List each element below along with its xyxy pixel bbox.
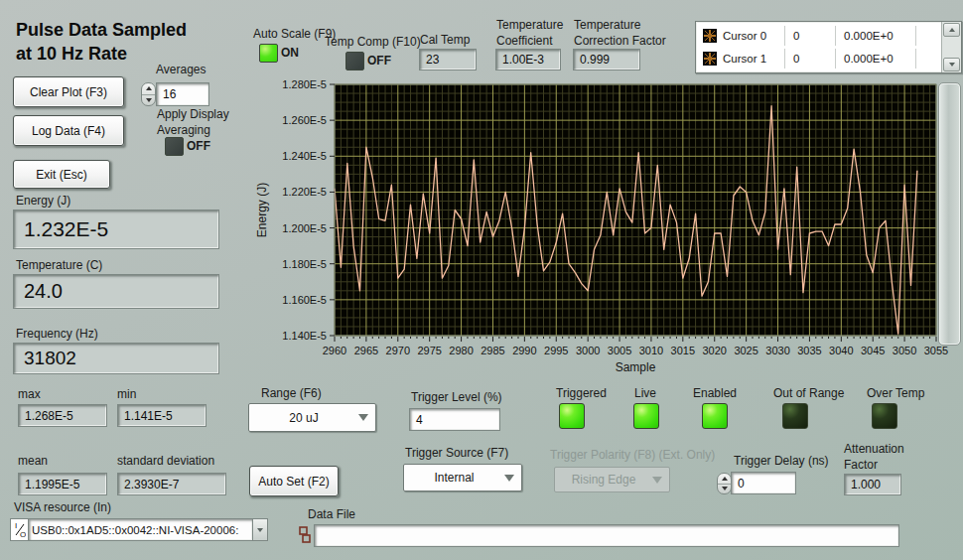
visa-resource-label: VISA resource (In) (14, 500, 111, 514)
chevron-down-icon (504, 475, 514, 482)
energy-waveform-chart[interactable]: 2960296529702975298029852990299530003005… (253, 77, 960, 375)
visa-resource-value: USB0::0x1AD5::0x0042::NI-VISA-20006: (29, 524, 238, 536)
chevron-down-icon (358, 414, 368, 421)
x-tick-label: 3025 (734, 345, 757, 356)
stepper-down-icon[interactable] (142, 95, 155, 106)
trigger-level-input[interactable]: 4 (409, 408, 500, 431)
stepper-down-icon[interactable] (718, 485, 731, 494)
energy-label: Energy (J) (16, 194, 70, 208)
max-readout: 1.268E-5 (18, 404, 107, 427)
svg-text:I: I (15, 521, 17, 530)
visa-resource-control[interactable]: IO USB0::0x1AD5::0x0042::NI-VISA-20006: (10, 518, 268, 541)
cursor-row[interactable]: Cursor 0 0 0.000E+0 (696, 26, 941, 46)
averages-label: Averages (156, 63, 206, 76)
stepper-up-icon[interactable] (718, 474, 731, 485)
apply-display-averaging-label: Apply Display Averaging (157, 106, 229, 138)
x-tick-label: 3005 (608, 345, 631, 356)
cursor-y-value: 0.000E+0 (836, 30, 915, 42)
over-temp-label: Over Temp (867, 386, 924, 400)
log-data-button[interactable]: Log Data (F4) (13, 115, 124, 146)
y-tick-label: 1.180E-5 (282, 258, 327, 270)
x-tick-label: 2990 (512, 345, 536, 356)
enabled-led (702, 403, 728, 429)
x-tick-label: 3010 (639, 345, 663, 356)
x-tick-label: 2965 (354, 345, 378, 356)
clear-plot-button[interactable]: Clear Plot (F3) (13, 76, 124, 107)
averages-stepper[interactable] (141, 82, 156, 106)
auto-scale-state: ON (281, 46, 299, 60)
cursor-row[interactable]: Cursor 1 0 0.000E+0 (696, 49, 941, 69)
chevron-down-icon (652, 477, 662, 484)
data-file-control[interactable] (299, 524, 899, 547)
trigger-source-select[interactable]: Internal (403, 464, 522, 491)
x-tick-label: 3030 (765, 345, 789, 356)
mean-value: 1.1995E-5 (19, 478, 79, 491)
x-tick-label: 2995 (544, 345, 568, 356)
scroll-down-icon[interactable] (943, 58, 960, 71)
auto-scale-led[interactable] (259, 44, 278, 63)
range-select[interactable]: 20 uJ (248, 403, 376, 432)
x-tick-label: 3035 (797, 345, 821, 356)
x-tick-label: 3050 (893, 345, 916, 356)
temperature-label: Temperature (C) (16, 258, 102, 272)
trigger-source-label: Trigger Source (F7) (405, 446, 508, 460)
trigger-polarity-value: Rising Edge (555, 473, 652, 487)
enabled-label: Enabled (693, 386, 737, 400)
exit-button[interactable]: Exit (Esc) (13, 160, 110, 189)
y-tick-label: 1.280E-5 (282, 78, 327, 90)
y-axis-label: Energy (J) (255, 183, 269, 237)
temp-correction-value: 0.999 (574, 53, 610, 67)
cal-temp-value: 23 (420, 53, 439, 67)
range-label: Range (F6) (261, 386, 322, 400)
mean-label: mean (18, 454, 48, 468)
trigger-polarity-select: Rising Edge (554, 467, 670, 492)
trigger-level-value: 4 (410, 413, 423, 427)
y-tick-label: 1.140E-5 (282, 330, 327, 342)
attenuation-readout: 1.000 (844, 474, 901, 495)
x-tick-label: 3040 (829, 345, 853, 356)
temp-comp-label: Temp Comp (F10) (325, 35, 421, 49)
y-tick-label: 1.200E-5 (282, 222, 327, 234)
cursor-y-value: 0.000E+0 (836, 53, 915, 65)
stepper-up-icon[interactable] (142, 83, 155, 95)
visa-io-icon: IO (10, 518, 28, 541)
live-label: Live (634, 386, 656, 400)
averages-input[interactable]: 16 (156, 82, 209, 106)
cursor-legend-scrollbar[interactable] (941, 22, 961, 72)
std-label: standard deviation (117, 454, 214, 468)
trigger-delay-label: Trigger Delay (ns) (734, 454, 829, 468)
cal-temp-readout: 23 (419, 49, 477, 70)
temperature-readout: 24.0 (13, 274, 219, 309)
apply-display-averaging-state: OFF (187, 139, 210, 153)
trigger-delay-stepper[interactable] (717, 473, 732, 494)
x-tick-label: 2985 (481, 345, 504, 356)
y-tick-label: 1.240E-5 (282, 150, 327, 162)
frequency-value: 31802 (14, 348, 76, 369)
visa-resource-input[interactable]: USB0::0x1AD5::0x0042::NI-VISA-20006: (28, 518, 253, 541)
std-value: 2.3930E-7 (118, 478, 179, 491)
max-label: max (18, 387, 41, 401)
temperature-value: 24.0 (14, 280, 63, 303)
data-file-label: Data File (308, 507, 355, 521)
trigger-delay-input[interactable]: 0 (731, 472, 796, 494)
apply-display-averaging-led[interactable] (165, 137, 184, 156)
y-tick-label: 1.220E-5 (282, 186, 327, 198)
auto-set-button[interactable]: Auto Set (F2) (249, 466, 339, 496)
temp-coefficient-value: 1.00E-3 (496, 53, 544, 67)
temp-comp-led[interactable] (345, 52, 364, 70)
x-tick-label: 2970 (386, 345, 410, 356)
visa-dropdown-button[interactable] (253, 518, 268, 541)
frequency-readout: 31802 (13, 343, 219, 374)
scroll-up-icon[interactable] (943, 23, 960, 37)
trigger-polarity-label: Trigger Polarity (F8) (Ext. Only) (550, 448, 715, 462)
min-readout: 1.141E-5 (117, 404, 206, 427)
cursor-x-value: 0 (785, 53, 835, 65)
averages-value: 16 (157, 87, 176, 101)
x-tick-label: 2960 (323, 345, 346, 356)
data-file-input[interactable] (314, 524, 899, 547)
trigger-source-value: Internal (404, 471, 504, 485)
attenuation-label: Attenuation Factor (844, 442, 904, 473)
std-readout: 2.3930E-7 (117, 473, 226, 495)
x-tick-label: 3020 (702, 345, 726, 356)
graph-frame-bezel (938, 82, 961, 346)
